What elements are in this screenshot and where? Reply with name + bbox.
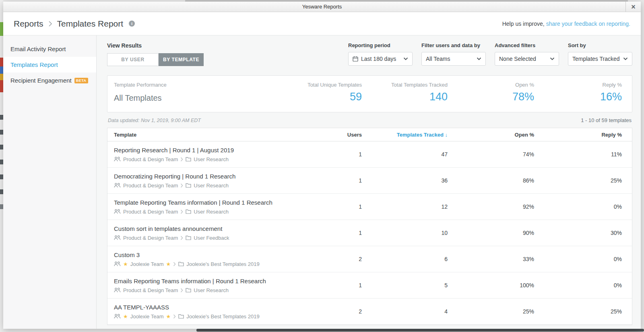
background-icon-fragment [0,130,3,135]
card-title: Template Performance [114,82,293,88]
folder-label[interactable]: User Research [194,287,229,293]
open-pct-value: 92% [448,203,534,210]
table-row[interactable]: Democratizing Reporting | Round 1 Resear… [107,168,632,194]
folder-label[interactable]: User Research [194,209,229,215]
users-value: 1 [326,230,362,236]
chevron-right-icon [180,210,183,214]
sort-by-select[interactable]: Templates Tracked [568,52,632,66]
template-name: Emails Reporting Teams information | Rou… [114,278,326,284]
horizontal-scrollbar[interactable] [196,329,644,332]
template-name: Democratizing Reporting | Round 1 Resear… [114,173,326,180]
view-results-label: View Results [107,42,204,49]
reporting-period-select[interactable]: Last 180 days [348,52,413,66]
table-row[interactable]: Custom 3 ★Joolexie Team★ Joolexie's Best… [107,246,632,272]
tracked-value: 12 [362,203,448,210]
col-template: Template [114,132,326,138]
folder-icon [186,183,191,188]
info-icon[interactable]: i [129,21,135,27]
template-performance-card: Template Performance All Templates Total… [107,75,632,112]
filter-label: Filter users and data by [421,42,486,48]
advanced-filters-select[interactable]: None Selected [495,52,559,66]
filter-label: Advanced filters [495,42,559,48]
reply-pct-value: 25% [534,308,622,315]
background-icon-fragment [0,115,3,120]
users-value: 1 [326,282,362,288]
by-template-toggle[interactable]: BY TEMPLATE [159,53,204,66]
folder-icon [186,288,191,293]
background-icon-fragment [0,58,3,66]
team-label[interactable]: Product & Design Team [123,209,178,215]
by-user-toggle[interactable]: BY USER [107,53,159,66]
select-value: Last 180 days [361,56,400,62]
select-value: Templates Tracked [572,56,620,62]
team-label[interactable]: Joolexie Team [130,261,164,267]
chevron-right-icon [48,21,52,27]
stat-open-pct: Open % 78% [448,82,534,112]
stat-total-templates-tracked: Total Templates Tracked 140 [362,82,448,112]
card-scope: All Templates [114,93,293,103]
page-title: Templates Report [57,19,124,29]
close-icon[interactable]: × [625,2,641,12]
feedback-link[interactable]: share your feedback on reporting. [546,21,630,27]
open-pct-value: 33% [448,256,534,262]
stat-label: Total Templates Tracked [362,82,448,88]
sidebar-item-email-activity[interactable]: Email Activity Report [3,41,96,57]
folder-label[interactable]: User Research [194,183,229,189]
team-label[interactable]: Product & Design Team [123,183,178,189]
template-location: Product & Design Team User Feedback [114,235,326,241]
pagination-text: 1 - 10 of 59 templates [581,117,632,123]
team-label[interactable]: Product & Design Team [123,287,178,293]
chevron-right-icon [173,314,176,319]
team-label[interactable]: Product & Design Team [123,235,178,241]
folder-label[interactable]: User Feedback [194,235,229,241]
chevron-right-icon [180,236,183,240]
table-row[interactable]: Emails Reporting Teams information | Rou… [107,272,632,299]
team-label[interactable]: Product & Design Team [123,156,178,162]
background-icon-fragment [0,22,3,36]
chevron-down-icon [550,57,555,60]
star-icon: ★ [166,313,171,320]
yesware-reports-window: Yesware Reports × Reports Templates Repo… [3,2,641,329]
sidebar-item-recipient-engagement[interactable]: Recipient Engagement BETA [3,73,96,88]
users-value: 1 [326,177,362,184]
background-icon-fragment [0,174,3,179]
tracked-value: 10 [362,230,448,236]
chevron-right-icon [180,157,183,162]
col-templates-tracked[interactable]: Templates Tracked ↓ [362,132,448,138]
chevron-right-icon [180,288,183,293]
reply-pct-value: 25% [534,177,622,184]
background-icon-fragment [0,74,3,80]
sidebar-item-label: Email Activity Report [10,46,66,52]
filter-advanced: Advanced filters None Selected [495,42,559,66]
col-reply-pct[interactable]: Reply % [534,132,622,138]
breadcrumb-reports[interactable]: Reports [14,19,43,29]
table-row[interactable]: Template Reporting Teams information | R… [107,194,632,220]
star-icon: ★ [123,261,128,267]
team-icon [114,183,121,188]
sidebar-item-templates-report[interactable]: Templates Report [3,57,96,73]
template-name: Custom sort in templates announcement [114,225,326,232]
teams-select[interactable]: All Teams [421,52,486,66]
stat-label: Open % [448,82,534,88]
table-row[interactable]: AA TEMPL-YAAASS ★Joolexie Team★ Joolexie… [107,299,632,325]
filter-label: Reporting period [348,42,413,48]
filter-users-data: Filter users and data by All Teams [421,42,486,66]
star-icon: ★ [123,313,128,320]
background-page-bottom [0,329,644,332]
team-icon [114,261,121,266]
folder-label[interactable]: Joolexie's Best Templates 2019 [186,261,259,267]
team-label[interactable]: Joolexie Team [130,313,164,320]
col-open-pct[interactable]: Open % [448,132,534,138]
folder-label[interactable]: User Research [194,156,229,162]
table-row[interactable]: Custom sort in templates announcement Pr… [107,220,632,246]
data-updated-text: Data updated: Nov 1, 2019, 9:00 AM EDT [108,118,201,123]
tracked-value: 6 [362,256,448,262]
tracked-value: 36 [362,177,448,184]
table-row[interactable]: Reporting Research | Round 1 | August 20… [107,141,632,168]
stat-label: Reply % [534,82,622,88]
template-location: ★Joolexie Team★ Joolexie's Best Template… [114,261,326,267]
template-name: AA TEMPL-YAAASS [114,304,326,311]
folder-label[interactable]: Joolexie's Best Templates 2019 [186,313,259,320]
background-icon-fragment [0,145,3,149]
col-users[interactable]: Users [326,132,362,138]
